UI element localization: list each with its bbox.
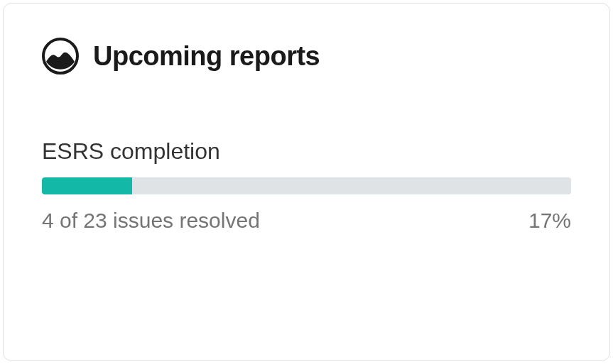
progress-percent: 17% (528, 209, 571, 233)
basecamp-icon (42, 38, 79, 75)
progress-info: 4 of 23 issues resolved 17% (42, 209, 571, 233)
progress-fill (42, 177, 132, 194)
progress-bar (42, 177, 571, 194)
completion-section: ESRS completion 4 of 23 issues resolved … (42, 138, 571, 233)
upcoming-reports-card: Upcoming reports ESRS completion 4 of 23… (3, 3, 610, 361)
card-title: Upcoming reports (93, 41, 320, 72)
card-header: Upcoming reports (42, 38, 571, 75)
progress-text: 4 of 23 issues resolved (42, 209, 260, 233)
section-label: ESRS completion (42, 138, 571, 165)
